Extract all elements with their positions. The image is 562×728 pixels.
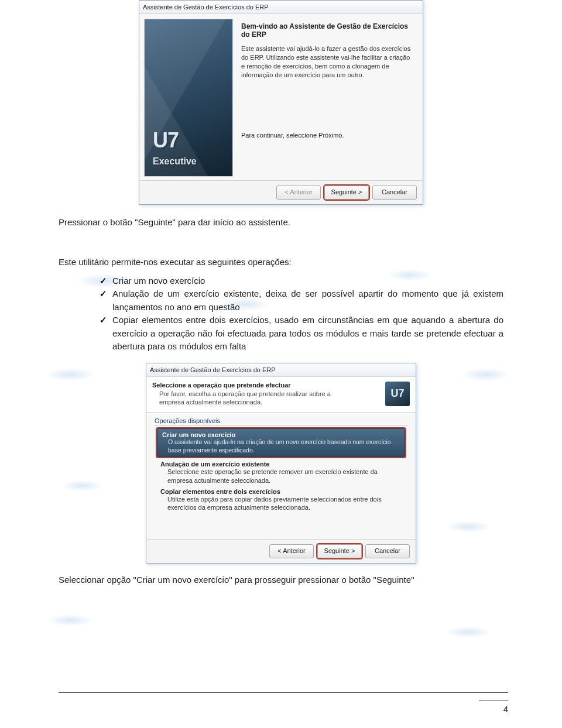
- cancel-button[interactable]: Cancelar: [365, 544, 410, 558]
- option-annul-exercise[interactable]: Anulação de um exercício existente Selec…: [160, 461, 402, 485]
- document-page: Assistente de Gestão de Exercícios do ER…: [0, 0, 562, 586]
- list-item: Anulação de um exercício existente, deix…: [100, 287, 503, 314]
- footer-rule: [59, 692, 508, 693]
- instruction-paragraph-3: Seleccionar opção "Criar um novo exercíc…: [59, 574, 503, 586]
- brand-name-label: Executive: [153, 156, 197, 167]
- option-description: Utilize esta opção para copiar dados pre…: [167, 495, 402, 512]
- page-number: 4: [503, 704, 508, 714]
- wizard-dialog-1: Assistente de Gestão de Exercícios do ER…: [139, 0, 423, 205]
- list-item: Copiar elementos entre dois exercícios, …: [100, 314, 503, 353]
- dialog2-body: Operações disponíveis Criar um novo exer…: [146, 417, 416, 538]
- group-label: Operações disponíveis: [155, 417, 407, 424]
- instruction-paragraph-1: Pressionar o botão "Seguinte" para dar i…: [59, 217, 503, 228]
- list-item: Criar um novo exercício: [100, 274, 503, 288]
- options-group: Operações disponíveis Criar um novo exer…: [155, 417, 407, 511]
- dialog1-heading: Bem-vindo ao Assistente de Gestão de Exe…: [241, 22, 412, 39]
- dialog2-subheading: Por favor, escolha a operação que preten…: [159, 390, 347, 407]
- option-copy-elements[interactable]: Copiar elementos entre dois exercícios U…: [160, 488, 402, 512]
- option-description: O assistente vai ajuda-lo na criação de …: [168, 438, 400, 454]
- instruction-paragraph-2: Este utilitário permite-nos executar as …: [59, 256, 503, 268]
- brand-logo-small-icon: U7: [385, 382, 410, 406]
- dialog2-titlebar[interactable]: Assistente de Gestão de Exercícios do ER…: [146, 363, 416, 377]
- page-number-rule: [479, 700, 508, 701]
- next-button[interactable]: Seguinte >: [324, 186, 369, 200]
- dialog2-footer: < Anterior Seguinte > Cancelar: [146, 539, 416, 563]
- operations-list: Criar um novo exercício Anulação de um e…: [76, 274, 503, 353]
- next-button[interactable]: Seguinte >: [317, 544, 362, 558]
- dialog1-description: Este assistente vai ajudá-lo a fazer a g…: [241, 44, 412, 79]
- dialog2-header: Seleccione a operação que pretende efect…: [146, 377, 416, 413]
- option-create-exercise[interactable]: Criar um novo exercício O assistente vai…: [157, 428, 405, 457]
- option-title: Criar um novo exercício: [162, 431, 400, 438]
- cancel-button[interactable]: Cancelar: [372, 186, 417, 200]
- option-description: Seleccione este operação se pretende rem…: [167, 468, 402, 485]
- dialog1-body: U7 Executive Bem-vindo ao Assistente de …: [139, 14, 423, 180]
- back-button[interactable]: < Anterior: [269, 544, 314, 558]
- option-title: Copiar elementos entre dois exercícios: [160, 488, 402, 495]
- dialog1-footer: < Anterior Seguinte > Cancelar: [139, 181, 423, 204]
- option-title: Anulação de um exercício existente: [160, 461, 402, 468]
- dialog2-heading: Seleccione a operação que pretende efect…: [152, 382, 385, 389]
- dialog1-continue-hint: Para continuar, seleccione Próximo.: [241, 132, 412, 139]
- dialog1-side-panel: U7 Executive: [144, 19, 233, 177]
- back-button: < Anterior: [276, 186, 321, 200]
- dialog1-main-panel: Bem-vindo ao Assistente de Gestão de Exe…: [233, 19, 418, 177]
- dialog1-titlebar[interactable]: Assistente de Gestão de Exercícios do ER…: [139, 1, 423, 14]
- wizard-dialog-2: Assistente de Gestão de Exercícios do ER…: [146, 363, 416, 564]
- brand-logo-icon: U7: [153, 128, 179, 153]
